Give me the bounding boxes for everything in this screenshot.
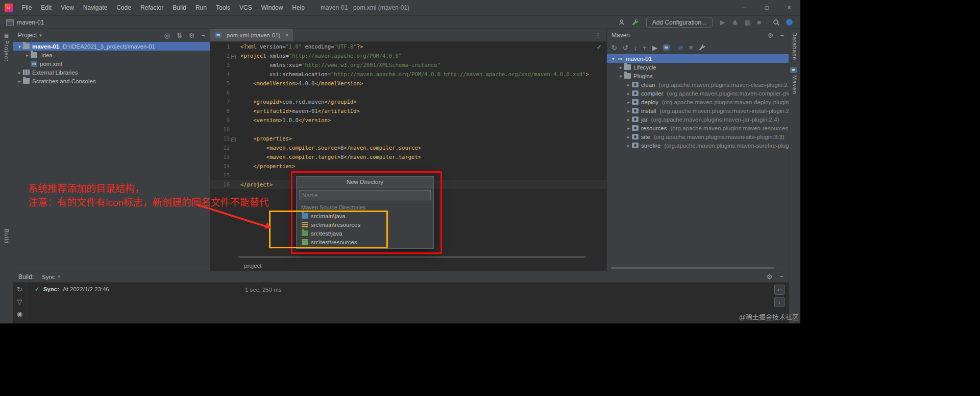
code-line-1[interactable]: 1<?xml version="1.0" encoding="UTF-8"?>	[210, 42, 606, 51]
database-stripe-button[interactable]: Database	[789, 29, 800, 64]
hide-panel-icon[interactable]: −	[780, 32, 784, 39]
maven-item-lifecycle[interactable]: ▸Lifecycle	[607, 63, 789, 72]
maven-item-install[interactable]: ▸install(org.apache.maven.plugins:maven-…	[607, 106, 789, 115]
hide-panel-icon[interactable]: −	[201, 32, 205, 39]
wrench-icon[interactable]	[631, 19, 639, 26]
profiler-icon[interactable]: ▦	[745, 19, 751, 26]
debug-icon[interactable]	[731, 19, 739, 26]
code-line-12[interactable]: 12 <maven.compiler.source>8</maven.compi…	[210, 143, 606, 152]
tab-pom-xml[interactable]: pom.xml (maven-01) ×	[210, 29, 293, 41]
code-line-14[interactable]: 14 </properties>	[210, 161, 606, 171]
maven-item-resources[interactable]: ▸resources(org.apache.maven.plugins:mave…	[607, 124, 789, 132]
directory-name-input[interactable]	[299, 190, 431, 200]
reimport-icon[interactable]: ↻	[611, 44, 617, 51]
maven-item-jar[interactable]: ▸jar(org.apache.maven.plugins:maven-jar-…	[607, 115, 789, 124]
inspection-ok-icon[interactable]: ✓	[597, 43, 602, 51]
project-item-idea[interactable]: ▸.idea	[13, 51, 210, 59]
run-maven-goal-icon[interactable]: ▶	[652, 44, 657, 51]
code-line-13[interactable]: 13 <maven.compiler.target>8</maven.compi…	[210, 152, 606, 161]
maven-item-surefire[interactable]: ▸surefire(org.apache.maven.plugins:maven…	[607, 141, 789, 150]
code-line-4[interactable]: 4 xsi:schemaLocation="http://maven.apach…	[210, 69, 606, 79]
build-stripe-button[interactable]: Build	[0, 225, 13, 247]
filter-icon[interactable]: ▽	[17, 298, 22, 305]
sync-status-row[interactable]: ✓ Sync: At 2022/1/2 23:46	[35, 286, 789, 293]
user-profile-icon[interactable]	[618, 19, 625, 26]
generate-sources-icon[interactable]: ↺	[623, 44, 628, 51]
menu-vcs[interactable]: VCS	[235, 0, 257, 15]
maven-item-deploy[interactable]: ▸deploy(org.apache.maven.plugins:maven-d…	[607, 98, 789, 106]
close-icon[interactable]: ×	[58, 274, 61, 279]
caret-icon[interactable]: ▾	[618, 74, 624, 79]
code-line-2[interactable]: 2–<project xmlns="http://maven.apache.or…	[210, 51, 606, 60]
code-line-9[interactable]: 9 <version>1.0.0</version>	[210, 115, 606, 125]
caret-icon[interactable]: ▸	[625, 100, 632, 105]
collapse-all-icon[interactable]: ⇅	[177, 32, 182, 39]
project-item-external-libraries[interactable]: ▸External Libraries	[13, 68, 210, 77]
maven-item-clean[interactable]: ▸clean(org.apache.maven.plugins:maven-cl…	[607, 80, 789, 89]
menu-file[interactable]: File	[17, 0, 36, 15]
fold-icon[interactable]: –	[231, 137, 236, 142]
project-item-pom-xml[interactable]: pom.xml	[13, 59, 210, 68]
skip-tests-icon[interactable]: ⊘	[678, 44, 683, 51]
project-item-scratches-and-consoles[interactable]: ▸Scratches and Consoles	[13, 77, 210, 85]
add-configuration-button[interactable]: Add Configuration...	[646, 17, 713, 28]
caret-icon[interactable]: ▸	[625, 82, 632, 87]
hide-panel-icon[interactable]: −	[779, 273, 783, 280]
caret-icon[interactable]: ▸	[625, 126, 632, 131]
code-line-10[interactable]: 10	[210, 125, 606, 134]
maven-profiles-icon[interactable]: ≡	[689, 44, 693, 51]
caret-icon[interactable]: ▾	[610, 56, 617, 61]
menu-tools[interactable]: Tools	[211, 0, 235, 15]
menu-view[interactable]: View	[56, 0, 79, 15]
maven-settings-icon[interactable]	[698, 44, 705, 51]
soft-wrap-icon[interactable]: ↩	[774, 285, 785, 295]
code-line-8[interactable]: 8 <artifactId>maven-01</artifactId>	[210, 106, 606, 115]
execute-maven-goal-icon[interactable]	[663, 44, 670, 51]
maven-item-plugins[interactable]: ▾Plugins	[607, 72, 789, 80]
notifications-icon[interactable]	[786, 19, 793, 26]
minimize-button[interactable]: –	[733, 0, 755, 15]
maven-horizontal-scrollbar[interactable]	[611, 267, 774, 269]
project-stripe-button[interactable]: ▦ Project	[0, 29, 13, 65]
run-icon[interactable]: ▶	[720, 19, 725, 26]
editor-horizontal-scrollbar[interactable]	[238, 256, 586, 258]
maven-item-maven-01[interactable]: ▾maven-01	[607, 54, 789, 63]
caret-icon[interactable]: ▸	[625, 134, 632, 139]
popup-item-src-main-java[interactable]: src\main\java	[297, 212, 433, 220]
add-maven-project-icon[interactable]: +	[643, 44, 647, 51]
maven-item-site[interactable]: ▸site(org.apache.maven.plugins:maven-sit…	[607, 132, 789, 141]
menu-edit[interactable]: Edit	[36, 0, 56, 15]
menu-code[interactable]: Code	[112, 0, 136, 15]
scroll-to-end-icon[interactable]: ↓	[774, 297, 785, 307]
menu-navigate[interactable]: Navigate	[79, 0, 112, 15]
download-sources-icon[interactable]: ↓	[634, 44, 638, 51]
popup-item-src-test-resources[interactable]: src\test\resources	[297, 238, 433, 246]
code-line-6[interactable]: 6	[210, 88, 606, 97]
search-icon[interactable]	[773, 19, 780, 26]
project-panel-title[interactable]: Project	[18, 32, 37, 39]
close-icon[interactable]: ×	[285, 32, 288, 39]
caret-icon[interactable]: ▸	[625, 91, 632, 96]
code-line-3[interactable]: 3 xmlns:xsi="http://www.w3.org/2001/XMLS…	[210, 60, 606, 69]
breadcrumb-project[interactable]: project	[244, 263, 262, 269]
caret-icon[interactable]: ▸	[24, 53, 31, 58]
menu-window[interactable]: Window	[257, 0, 288, 15]
popup-item-src-test-java[interactable]: src\test\java	[297, 229, 433, 238]
code-line-7[interactable]: 7 <groupId>com.rcd.maven</groupId>	[210, 97, 606, 106]
kebab-menu-icon[interactable]: ⋮	[595, 32, 601, 39]
caret-icon[interactable]: ▸	[625, 108, 632, 113]
caret-icon[interactable]: ▸	[16, 79, 23, 84]
settings-icon[interactable]: ⚙	[767, 273, 773, 280]
menu-help[interactable]: Help	[287, 0, 309, 15]
tab-sync[interactable]: Sync ×	[42, 274, 60, 280]
toolbar-project-name[interactable]: maven-01	[17, 19, 44, 26]
locate-file-icon[interactable]: ◎	[164, 32, 170, 39]
close-button[interactable]: ×	[778, 0, 800, 15]
caret-icon[interactable]: ▸	[625, 117, 632, 122]
stop-icon[interactable]: ■	[757, 19, 761, 26]
maven-item-compiler[interactable]: ▸compiler(org.apache.maven.plugins:maven…	[607, 89, 789, 98]
caret-icon[interactable]: ▾	[16, 44, 23, 49]
fold-icon[interactable]: –	[231, 55, 236, 59]
maven-stripe-button[interactable]: Maven	[789, 64, 800, 98]
maximize-button[interactable]: □	[755, 0, 778, 15]
